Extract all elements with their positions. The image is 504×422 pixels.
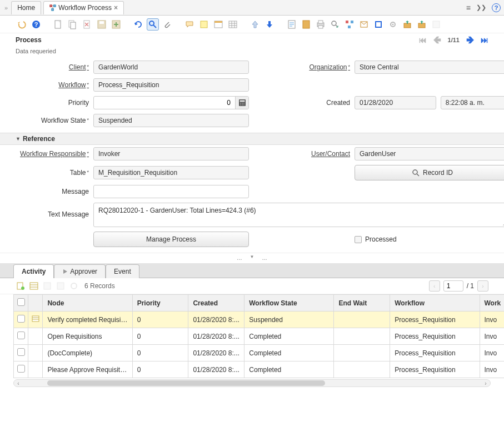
tab-home[interactable]: Home (11, 1, 41, 14)
print-icon[interactable] (315, 18, 327, 31)
grid-col-created[interactable]: Created (188, 295, 244, 312)
message-field[interactable] (93, 185, 249, 198)
import-icon[interactable] (416, 18, 428, 31)
save-new-icon[interactable] (110, 18, 122, 31)
process-gear-icon[interactable] (387, 18, 399, 31)
midbar-chevron-icon[interactable]: ▼ (250, 254, 255, 261)
pager-next-icon[interactable]: › (477, 280, 488, 292)
help-icon[interactable]: ? (492, 3, 501, 12)
grid-col-node[interactable]: Node (43, 295, 132, 312)
row-checkbox[interactable] (17, 348, 25, 356)
grid-process-icon[interactable] (69, 281, 79, 291)
organization-label[interactable]: Organization* (282, 63, 355, 71)
grid-delete-icon[interactable] (56, 281, 66, 291)
save-record-icon[interactable] (96, 18, 108, 31)
cell-workflow: Process_Requisition (390, 361, 480, 378)
tab-approver[interactable]: Approver (54, 264, 106, 278)
created-date-field[interactable]: 01/28/2020 (355, 96, 436, 109)
wf-responsible-label[interactable]: Workflow Responsible* (16, 150, 93, 158)
table-row[interactable]: Verify completed Requisition001/28/2020 … (14, 312, 505, 328)
grid-col-endwait[interactable]: End Wait (334, 295, 390, 312)
undo-icon[interactable] (16, 18, 28, 31)
pager-prev-icon[interactable]: ‹ (429, 280, 440, 292)
grid-col-workflow[interactable]: Workflow (390, 295, 480, 312)
zoom-across-icon[interactable] (329, 18, 341, 31)
lookup-icon[interactable] (147, 18, 159, 31)
pager-page-input[interactable] (443, 280, 463, 292)
next-record-icon[interactable]: 🡺 (466, 36, 474, 44)
horizontal-scrollbar[interactable]: ‹ › (13, 379, 491, 387)
calendar-icon[interactable] (212, 18, 224, 31)
workflow-field[interactable]: Process_Requisition (93, 78, 249, 92)
hamburger-icon[interactable]: ≡ (466, 3, 471, 12)
row-checkbox[interactable] (17, 365, 25, 373)
table-field[interactable]: M_Requisition_Requisition (93, 166, 249, 179)
grid-toggle-icon[interactable] (227, 18, 239, 31)
tab-event[interactable]: Event (106, 264, 139, 278)
row-checkbox[interactable] (17, 315, 25, 323)
user-contact-field[interactable]: GardenUser (355, 147, 504, 160)
prev-record-icon[interactable]: 🡸 (433, 36, 441, 44)
arrow-up-icon[interactable] (249, 18, 261, 31)
midbar-dots-1[interactable]: ... (237, 254, 242, 261)
refresh-icon[interactable] (132, 18, 144, 31)
grid-header-checkbox[interactable] (14, 295, 28, 312)
close-tab-icon[interactable]: × (114, 4, 118, 12)
client-label[interactable]: Client* (16, 63, 93, 71)
delete-record-icon[interactable] (81, 18, 93, 31)
attachment-icon[interactable] (161, 18, 173, 31)
product-info-icon[interactable] (372, 18, 385, 31)
record-id-button[interactable]: Record ID (355, 165, 504, 180)
new-record-icon[interactable] (52, 18, 64, 31)
expand-chevron-icon[interactable]: » (3, 4, 9, 11)
scrollbar-thumb[interactable] (47, 380, 325, 386)
arrow-down-icon[interactable] (263, 18, 276, 31)
report-icon[interactable] (286, 18, 298, 31)
text-message-label: Text Message (16, 203, 93, 218)
tab-activity[interactable]: Activity (13, 264, 54, 278)
reference-group-header[interactable]: ▼ Reference (0, 133, 504, 145)
first-record-icon[interactable]: ⏮ (419, 36, 427, 44)
active-workflow-icon[interactable] (343, 18, 356, 31)
user-contact-label[interactable]: User/Contact (282, 150, 355, 158)
chat-icon[interactable] (183, 18, 196, 31)
scroll-right-icon[interactable]: › (481, 380, 490, 386)
last-record-icon[interactable]: ⏭ (481, 36, 488, 44)
grid-col-state[interactable]: Workflow State (244, 295, 334, 312)
cell-priority: 0 (132, 361, 188, 378)
text-message-field[interactable]: RQ28012020-1 - GardenUser: Total Lines=4… (93, 203, 504, 227)
calculator-icon[interactable] (235, 97, 248, 109)
table-row[interactable]: (DocComplete)001/28/2020 8:...CompletedP… (14, 345, 505, 361)
collapse-chevrons-icon[interactable]: ❯❯ (476, 4, 486, 11)
copy-record-icon[interactable] (67, 18, 79, 31)
client-field[interactable]: GardenWorld (93, 61, 249, 74)
archive-icon[interactable] (300, 18, 312, 31)
grid-form-toggle-icon[interactable] (29, 281, 39, 291)
scroll-left-icon[interactable]: ‹ (14, 380, 23, 386)
grid-col-wfr[interactable]: Work (480, 295, 504, 312)
workflow-label[interactable]: Workflow* (16, 81, 93, 89)
help-toolbar-icon[interactable]: ? (30, 18, 42, 31)
grid-new-icon[interactable] (16, 281, 26, 291)
wf-responsible-field[interactable]: Invoker (93, 147, 249, 160)
request-icon[interactable] (358, 18, 370, 31)
processed-checkbox[interactable]: Processed (355, 235, 504, 243)
created-time-field[interactable]: 8:22:08 a. m. (441, 96, 504, 109)
reference-title: Reference (23, 135, 55, 143)
table-row[interactable]: Open Requisitions001/28/2020 8:...Comple… (14, 328, 505, 345)
note-icon[interactable] (198, 18, 210, 31)
grid-col-priority[interactable]: Priority (132, 295, 188, 312)
row-edit-icon[interactable] (28, 312, 43, 328)
export-icon[interactable] (401, 18, 413, 31)
csv-import-icon[interactable] (430, 18, 442, 31)
manage-process-button[interactable]: Manage Process (93, 232, 249, 247)
priority-input[interactable] (94, 99, 235, 107)
row-checkbox[interactable] (17, 331, 25, 339)
table-row[interactable]: Please Approve Requisition001/28/2020 8:… (14, 361, 505, 378)
organization-field[interactable]: Store Central (355, 61, 504, 74)
workflow-state-field[interactable]: Suspended (93, 114, 249, 127)
grid-save-icon[interactable] (42, 281, 52, 291)
tab-workflow-process[interactable]: Workflow Process × (43, 1, 124, 14)
priority-field[interactable] (93, 96, 249, 109)
midbar-dots-2[interactable]: ... (262, 254, 267, 261)
